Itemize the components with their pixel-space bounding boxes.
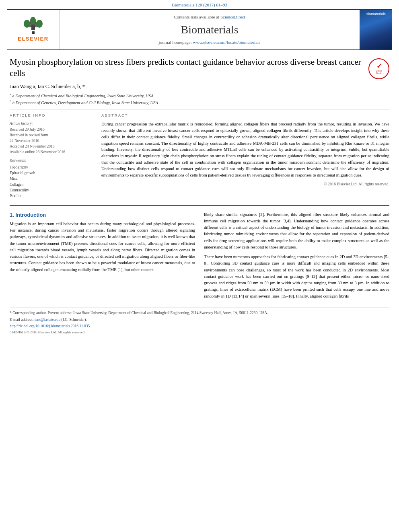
keyword-item: Mica [10,176,88,181]
intro-paragraph-1: Migration is an important cell behavior … [10,221,195,273]
keyword-item: Collagen [10,182,88,187]
article-info-column: ARTICLE INFO Article history: Received 2… [10,113,94,199]
journal-thumbnail: Biomaterials [360,10,392,49]
article-info-heading: ARTICLE INFO [10,113,88,118]
journal-middle: Contents lists available at ScienceDirec… [60,10,360,49]
affiliations: a a Department of Chemical and Biologica… [10,92,389,106]
journal-title: Biomaterials [181,22,238,37]
homepage-link[interactable]: www.elsevier.com/locate/biomaterials [193,40,261,45]
keywords-section: Keywords: TopographyEpitaxial growthMica… [10,158,88,199]
article-title: Myosin phosphorylation on stress fibers … [10,57,364,79]
keywords-label: Keywords: [10,158,88,163]
affiliation-a: a a Department of Chemical and Biologica… [10,92,389,99]
abstract-heading: ABSTRACT [101,113,389,118]
intro-left: 1. Introduction Migration is an importan… [10,212,195,300]
keyword-item: Topography [10,165,88,170]
intro-right: likely share similar signatures [2]. Fur… [204,212,389,300]
top-banner: Biomaterials 120 (2017) 81–93 [0,0,399,9]
content-area: Myosin phosphorylation on stress fibers … [10,50,389,335]
history-label: Article history: [10,121,88,126]
copyright-line: © 2016 Elsevier Ltd. All rights reserved… [101,181,389,187]
homepage-line: journal homepage: www.elsevier.com/locat… [159,39,261,45]
section-divider [10,205,389,206]
keywords-list: TopographyEpitaxial growthMicaCollagenCo… [10,165,88,199]
available-date: Available online 28 November 2016 [10,150,88,155]
svg-rect-0 [32,31,35,34]
article-info-abstract-row: ARTICLE INFO Article history: Received 2… [10,113,389,199]
journal-header: ELSEVIER Contents lists available at Sci… [7,9,392,50]
email-note: (I.C. Schneider). [62,318,87,322]
crossmark-label: CrossMark [376,70,382,74]
received-date: Received 29 July 2016 [10,127,88,132]
revised-date: 22 November 2016 [10,138,88,144]
abstract-text: During cancer progression the extracellu… [101,121,389,179]
email-line: E-mail address: ians@iastate.edu (I.C. S… [10,317,389,322]
intro-paragraph-right-2: There have been numerous approaches for … [204,254,389,300]
authors-line: Juan Wang a, Ian C. Schneider a, b, * [10,83,389,90]
received-revised-label: Received in revised form [10,133,88,138]
svg-point-5 [36,20,43,28]
contents-line: Contents lists available at ScienceDirec… [174,14,245,20]
thumb-label: Biomaterials [366,12,386,16]
email-link[interactable]: ians@iastate.edu [35,318,60,322]
accepted-date: Accepted 24 November 2016 [10,144,88,149]
svg-point-4 [24,20,30,28]
introduction-section: 1. Introduction Migration is an importan… [10,212,389,300]
article-history: Article history: Received 29 July 2016 R… [10,121,88,155]
footnote-section: * Corresponding author. Present address:… [10,308,389,335]
keyword-item: Paxillin [10,193,88,199]
section-number-label: 1. Introduction [10,212,195,219]
elsevier-tree-icon [22,17,44,34]
issn-line: 0142-9612/© 2016 Elsevier Ltd. All right… [10,330,389,335]
abstract-column: ABSTRACT During cancer progression the e… [101,113,389,199]
elsevier-logo: ELSEVIER [7,10,60,49]
crossmark-badge: ✓ CrossMark [368,58,389,79]
affiliation-b: b b Department of Genetics, Development … [10,99,389,106]
keyword-item: Epitaxial growth [10,170,88,176]
intro-paragraph-right-1: likely share similar signatures [2]. Fur… [204,212,389,251]
email-label: E-mail address: [10,318,33,322]
corresponding-note: * Corresponding author. Present address:… [10,310,389,316]
sciencedirect-link[interactable]: ScienceDirect [220,14,245,19]
svg-rect-3 [31,25,35,30]
keyword-item: Contractility [10,188,88,193]
header-divider [10,109,389,109]
elsevier-label: ELSEVIER [18,35,48,43]
banner-text: Biomaterials 120 (2017) 81–93 [172,2,227,7]
doi-line[interactable]: http://dx.doi.org/10.1016/j.biomaterials… [10,324,389,329]
